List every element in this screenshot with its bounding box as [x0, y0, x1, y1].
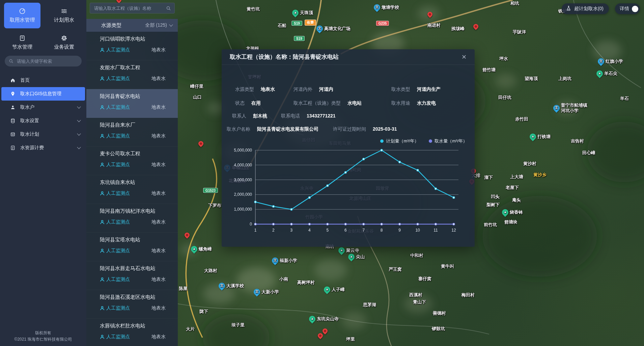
map-label[interactable]: ▲天珠顶: [292, 10, 313, 16]
station-list-item[interactable]: 友能水厂取水工程人工监测点地表水: [86, 60, 178, 89]
station-list-item[interactable]: 陆河县自来水厂人工监测点地表水: [86, 118, 178, 147]
map-label[interactable]: 文高塘文化广场: [316, 26, 351, 32]
map-label[interactable]: 文福新小学: [272, 258, 297, 264]
map-label-text: 螺角嶂: [199, 246, 212, 252]
map-label: 梅田村: [461, 292, 475, 298]
water-source: 地表水: [151, 47, 166, 53]
mountain-marker-icon[interactable]: ▲: [595, 69, 604, 78]
station-list-item[interactable]: 陆河县水唇走马石水电站人工监测点地表水: [86, 261, 178, 290]
mountain-marker-icon[interactable]: ▲: [291, 8, 300, 18]
monitor-type: 人工监测点: [100, 76, 130, 82]
school-marker-icon[interactable]: 文: [217, 282, 226, 291]
station-list[interactable]: 河口镇唱歌潭水电站人工监测点地表水友能水厂取水工程人工监测点地表水陆河县青碇水电…: [86, 32, 178, 346]
over-plan-water-button[interactable]: 超计划取水(0): [562, 3, 609, 14]
user-icon: [10, 105, 16, 110]
map-label: 寨仔窝: [418, 276, 431, 282]
map-label: 中和村: [410, 253, 423, 258]
mountain-marker-icon[interactable]: ▲: [501, 208, 510, 217]
plan-icon: [10, 132, 16, 137]
mountain-marker-icon[interactable]: ▲: [347, 252, 356, 262]
map-label[interactable]: ▲尖山: [348, 254, 365, 260]
toggle-knob[interactable]: [632, 6, 638, 12]
station-list-item[interactable]: 河口镇唱歌潭水电站人工监测点地表水: [86, 32, 178, 60]
map-label[interactable]: ▲螺角嶂: [191, 246, 212, 252]
legend-dot: [380, 139, 384, 143]
map-label[interactable]: ▲羊石尖: [596, 71, 617, 77]
station-list-item[interactable]: 陆河县宝塔水电站人工监测点地表水: [86, 233, 178, 261]
module-2[interactable]: 计划用水: [46, 3, 82, 28]
map-label-text: 东坑尖山寺: [317, 316, 339, 322]
map-label-text: 望海顶: [525, 76, 538, 81]
detail-label: 联系人: [232, 113, 246, 119]
map-label-text: 烧香钵: [510, 210, 523, 215]
legend-item[interactable]: 取水量（m³/年）: [429, 138, 467, 144]
sidebar-item-6[interactable]: 水资源计费: [1, 141, 85, 155]
close-icon[interactable]: ✕: [460, 53, 468, 61]
map-label[interactable]: 文普宁市船埔镇 河坑小学: [553, 103, 587, 114]
sidebar-item-label: 取水设置: [20, 118, 73, 124]
svg-text:5,000,000: 5,000,000: [234, 148, 252, 153]
map-label-text: 下罗布: [208, 203, 221, 208]
billing-icon: [10, 145, 16, 151]
plan-vs-intake-chart: 01,000,0002,000,0003,000,0004,000,0005,0…: [222, 147, 475, 248]
station-list-item[interactable]: 陆河县青碇水电站人工监测点地表水: [86, 89, 178, 118]
map-label[interactable]: ▲聚云寺: [338, 247, 359, 254]
dashboard-icon: [19, 8, 26, 15]
school-marker-icon[interactable]: 文: [596, 57, 606, 66]
sidebar-item-4[interactable]: 取水设置: [1, 114, 85, 128]
person-icon: [100, 134, 105, 138]
station-search-input[interactable]: [93, 5, 163, 11]
school-marker-icon[interactable]: 文: [372, 3, 382, 12]
station-list-item[interactable]: 陆河县激石溪老区水电站人工监测点地表水: [86, 290, 178, 319]
sidebar-item-1[interactable]: 首页: [1, 74, 85, 87]
school-marker-icon[interactable]: 文: [552, 104, 561, 113]
person-icon: [100, 76, 105, 81]
mountain-marker-icon[interactable]: ▲: [528, 132, 537, 141]
school-marker-icon[interactable]: 文: [271, 256, 280, 265]
module-1[interactable]: 取用水管理: [4, 3, 40, 28]
svg-text:12: 12: [451, 228, 456, 233]
svg-text:4: 4: [308, 228, 311, 233]
map-label[interactable]: 文墩塘学校: [374, 4, 399, 11]
map-label[interactable]: ▲东坑尖山寺: [309, 316, 339, 322]
sidebar-item-3[interactable]: 取水户: [1, 101, 85, 114]
station-list-item[interactable]: 东坑镇自来水站人工监测点地表水: [86, 175, 178, 204]
map-label: 陇下: [199, 309, 208, 314]
module-4[interactable]: 业务设置: [46, 30, 82, 55]
detail-pair: 河道内外河道内: [293, 86, 333, 92]
copyright-line2: ©2021 珠海市仁智科技有限公司: [0, 336, 86, 343]
map-label-text: 天珠顶: [300, 10, 313, 16]
map-label[interactable]: 文大溪学校: [219, 283, 244, 289]
sidebar-search-input[interactable]: [16, 58, 78, 64]
map-label[interactable]: 文红旗小学: [598, 58, 623, 65]
water-source: 地表水: [151, 219, 166, 225]
map-label-text: 陇下: [199, 309, 208, 314]
chevron-down-icon: [77, 118, 81, 122]
station-list-item[interactable]: 陆河县南万镇杞洋水电站人工监测点地表水: [86, 204, 178, 233]
search-icon[interactable]: [166, 6, 171, 11]
legend-item[interactable]: 计划量（m³/年）: [380, 138, 419, 144]
module-3[interactable]: 节水管理: [4, 30, 40, 55]
map-label-text: 大新小学: [261, 289, 279, 295]
map-label[interactable]: 文大新小学: [254, 289, 279, 295]
sidebar-item-5[interactable]: 取水计划: [1, 128, 85, 141]
mountain-marker-icon[interactable]: ▲: [190, 245, 199, 254]
map-label: 大路村: [204, 268, 217, 273]
map-label-text: 墩塘学校: [382, 5, 399, 10]
map-label[interactable]: ▲打铁塘: [530, 134, 551, 140]
temple-marker-icon[interactable]: ▲: [308, 315, 317, 324]
map-label-text: 上岗坑: [558, 76, 571, 81]
filter-value-dropdown[interactable]: 全部 (125): [145, 22, 172, 28]
station-list-item[interactable]: 水唇镇水栏肚水电站人工监测点地表水: [86, 319, 178, 346]
school-marker-icon[interactable]: 文: [315, 24, 324, 33]
sidebar-item-2[interactable]: 取水口GIS信息管理: [1, 87, 85, 101]
chevron-down-icon: [77, 132, 81, 135]
school-marker-icon[interactable]: 文: [252, 288, 261, 297]
map-label-text: 南进村: [427, 23, 441, 28]
map-label[interactable]: ▲烧香钵: [502, 209, 523, 216]
station-list-item[interactable]: 麦卡公司取水工程人工监测点地表水: [86, 147, 178, 175]
detail-toggle[interactable]: 详情: [615, 3, 640, 14]
map-label-text: 羊石: [620, 96, 629, 101]
map-label[interactable]: ▲人子嶂: [324, 287, 345, 293]
mountain-marker-icon[interactable]: ▲: [323, 285, 332, 294]
